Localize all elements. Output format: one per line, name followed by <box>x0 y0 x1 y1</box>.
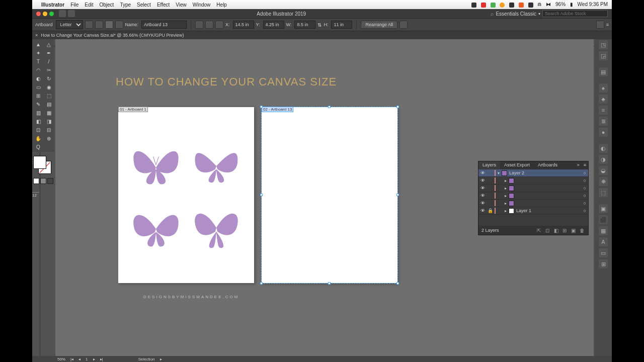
artboard-2[interactable]: 02 - Artboard 13 <box>262 107 397 283</box>
visibility-icon[interactable]: 👁 <box>480 208 486 213</box>
layer-row[interactable]: 👁▾Layer 2○ <box>478 169 588 177</box>
tab-artboards[interactable]: Artboards <box>534 161 561 169</box>
tray-icon[interactable] <box>509 3 514 8</box>
resize-handle[interactable] <box>396 194 399 196</box>
home-icon[interactable] <box>68 10 75 17</box>
tray-icon[interactable] <box>481 3 486 8</box>
target-icon[interactable]: ○ <box>584 193 586 198</box>
wifi-icon[interactable]: ⋒ <box>537 2 541 7</box>
panel-menu-icon[interactable]: ≡ <box>582 161 588 169</box>
tool-button[interactable]: ◐ <box>33 74 43 82</box>
artboard-nav[interactable]: 1 <box>86 357 88 361</box>
tool-button[interactable]: ◨ <box>44 117 54 125</box>
nav-last-icon[interactable]: ▸| <box>100 357 103 361</box>
draw-mode[interactable] <box>33 178 53 184</box>
close-button[interactable] <box>36 12 41 16</box>
visibility-icon[interactable]: 👁 <box>480 178 486 183</box>
tool-button[interactable]: ↻ <box>44 74 54 82</box>
dock-panel-icon[interactable]: ≣ <box>599 117 608 126</box>
locate-icon[interactable]: ⊡ <box>545 228 551 233</box>
ref-point[interactable] <box>205 21 213 29</box>
tray-icon[interactable] <box>519 3 524 8</box>
disclosure-icon[interactable]: ▸ <box>505 194 507 198</box>
panel-menu-icon[interactable]: ≡ <box>606 22 609 27</box>
target-icon[interactable]: ○ <box>584 178 586 183</box>
menu-edit[interactable]: Edit <box>85 2 93 8</box>
nav-prev-icon[interactable]: ◂ <box>78 357 80 361</box>
app-name[interactable]: Illustrator <box>41 2 64 8</box>
dock-panel-icon[interactable]: ◒ <box>599 166 608 175</box>
trash-icon[interactable]: 🗑 <box>580 228 585 233</box>
target-icon[interactable]: ○ <box>584 186 586 191</box>
close-tab-icon[interactable]: × <box>35 33 38 38</box>
rearrange-button[interactable]: Rearrange All <box>361 21 397 29</box>
visibility-icon[interactable]: 👁 <box>480 186 486 191</box>
tray-icon[interactable] <box>500 3 505 8</box>
resize-handle[interactable] <box>260 194 263 196</box>
tool-button[interactable]: ✦ <box>33 49 43 57</box>
layer-name[interactable]: Layer 1 <box>516 208 531 213</box>
color-swatch[interactable] <box>33 156 53 176</box>
orient-landscape[interactable] <box>95 21 103 29</box>
tray-icon[interactable] <box>471 3 476 8</box>
disclosure-icon[interactable]: ▸ <box>505 186 507 191</box>
nav-first-icon[interactable]: |◂ <box>70 357 73 361</box>
resize-handle[interactable] <box>260 106 263 108</box>
resize-handle[interactable] <box>260 282 263 285</box>
tool-button[interactable]: ◧ <box>33 117 43 125</box>
tray-icon[interactable] <box>528 3 533 8</box>
menu-object[interactable]: Object <box>99 2 114 8</box>
w-input[interactable] <box>294 21 315 29</box>
export-icon[interactable]: ⇱ <box>537 228 542 233</box>
new-artboard[interactable] <box>105 21 113 29</box>
dock-panel-icon[interactable]: ◑ <box>599 155 608 164</box>
menu-type[interactable]: Type <box>120 2 131 8</box>
dock-panel-icon[interactable]: ▭ <box>599 248 608 257</box>
target-icon[interactable]: ○ <box>584 201 586 206</box>
visibility-icon[interactable]: 👁 <box>480 201 486 206</box>
tool-button[interactable]: Q <box>33 143 43 151</box>
disclosure-icon[interactable]: ▸ <box>505 209 507 213</box>
resize-handle[interactable] <box>396 106 399 108</box>
tool-button[interactable]: ⊡ <box>33 126 43 134</box>
ai-icon[interactable] <box>59 10 66 17</box>
h-input[interactable] <box>331 21 352 29</box>
layer-name[interactable]: Layer 2 <box>509 170 524 175</box>
target-icon[interactable]: ○ <box>584 170 586 175</box>
dock-panel-icon[interactable]: ▤ <box>599 67 608 76</box>
minimize-button[interactable] <box>43 12 47 16</box>
layer-row[interactable]: 👁🔒▸Layer 1○ <box>478 207 588 215</box>
search-icon[interactable]: ⌕ <box>491 11 494 17</box>
disclosure-icon[interactable]: ▸ <box>505 201 507 206</box>
orient-portrait[interactable] <box>85 21 93 29</box>
dock-panel-icon[interactable]: ◲ <box>599 51 608 60</box>
dock-panel-icon[interactable]: A <box>599 237 608 246</box>
tool-button[interactable]: ✒ <box>44 49 54 57</box>
tool-button[interactable]: ✂ <box>44 66 54 74</box>
menu-select[interactable]: Select <box>137 2 151 8</box>
fill-swatch[interactable] <box>33 156 46 169</box>
tool-button[interactable]: ▥ <box>33 109 43 117</box>
zoom-level[interactable]: 50% <box>57 357 65 361</box>
dock-panel-icon[interactable]: ♠ <box>599 83 608 93</box>
artboard-name-input[interactable] <box>141 21 187 29</box>
tool-button[interactable]: ▤ <box>44 100 54 108</box>
stock-search[interactable] <box>542 10 608 17</box>
tool-button[interactable]: ▦ <box>44 109 54 117</box>
dock-panel-icon[interactable]: ◐ <box>599 144 608 153</box>
link-icon[interactable]: ⇅ <box>317 22 321 28</box>
disclosure-icon[interactable]: ▾ <box>498 171 500 175</box>
dock-panel-icon[interactable]: ♣ <box>599 95 608 104</box>
dock-panel-icon[interactable]: ❋ <box>599 177 608 186</box>
tool-button[interactable]: △ <box>44 40 54 48</box>
layer-row[interactable]: 👁▸○ <box>478 177 588 185</box>
y-input[interactable] <box>263 21 284 29</box>
clock[interactable]: Wed 9:36 PM <box>578 2 608 7</box>
tray-icon[interactable] <box>491 3 496 8</box>
menu-effect[interactable]: Effect <box>157 2 170 8</box>
tool-button[interactable]: T <box>33 57 43 65</box>
chevron-down-icon[interactable]: ▾ <box>538 12 540 16</box>
tool-button[interactable]: ✎ <box>33 100 43 108</box>
delete-artboard[interactable] <box>115 21 123 29</box>
lock-icon[interactable]: 🔒 <box>488 208 493 213</box>
